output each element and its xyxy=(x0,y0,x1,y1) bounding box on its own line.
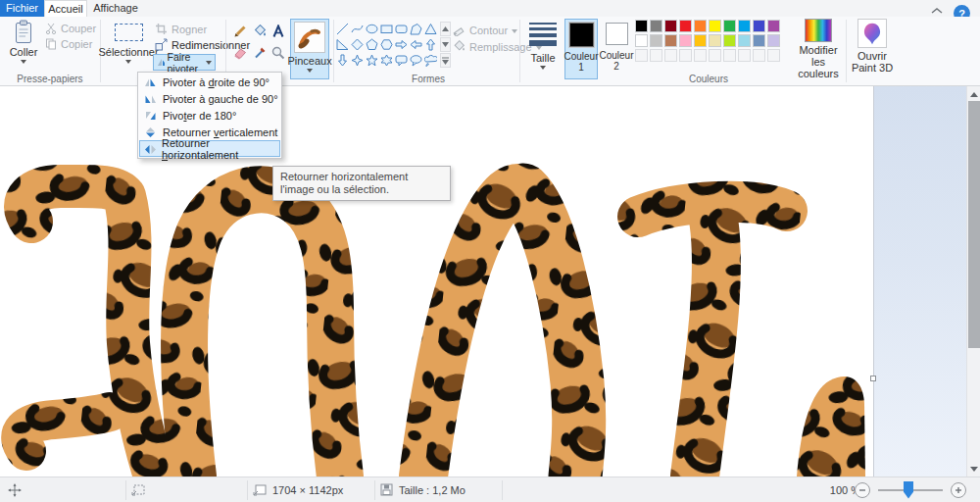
text-tool[interactable] xyxy=(270,24,286,39)
fill-bucket-icon xyxy=(253,25,267,38)
palette-swatch[interactable] xyxy=(694,20,707,32)
palette-swatch-empty[interactable] xyxy=(694,49,707,62)
shape-star-6-icon[interactable] xyxy=(379,52,394,68)
palette-swatch[interactable] xyxy=(767,20,780,32)
paint-window: Fichier Accueil Affichage ? Coller Coupe… xyxy=(0,0,980,502)
rotate-icon xyxy=(157,57,165,68)
scissors-icon xyxy=(45,23,57,34)
palette-swatch[interactable] xyxy=(723,20,736,32)
open-paint3d-button[interactable]: Ouvrir Paint 3D xyxy=(850,19,895,79)
menu-item-rotate-right-90[interactable]: Pivoter à droite de 90° xyxy=(139,74,280,90)
color-picker-tool[interactable] xyxy=(252,45,268,61)
fill-tool[interactable] xyxy=(252,24,268,39)
shapes-scroll-up-button[interactable] xyxy=(440,22,451,36)
palette-swatch[interactable] xyxy=(753,34,765,47)
palette-swatch[interactable] xyxy=(635,34,648,47)
palette-swatch[interactable] xyxy=(694,34,707,47)
palette-swatch[interactable] xyxy=(738,34,751,47)
palette-swatch[interactable] xyxy=(738,20,751,32)
color2-button[interactable]: Couleur 2 xyxy=(600,19,633,79)
menu-item-flip-horizontal[interactable]: Retourner horizontalement xyxy=(139,140,280,157)
shape-right-triangle-icon[interactable] xyxy=(335,36,350,52)
paste-button[interactable]: Coller xyxy=(6,20,41,75)
shape-hexagon-icon[interactable] xyxy=(379,36,394,52)
palette-swatch-empty[interactable] xyxy=(650,49,662,62)
menu-item-rotate-left-90[interactable]: Pivoter à gauche de 90° xyxy=(139,90,280,107)
palette-swatch-empty[interactable] xyxy=(723,49,736,62)
shape-curve-icon[interactable] xyxy=(350,21,365,36)
shape-polygon-icon[interactable] xyxy=(409,21,423,36)
palette-swatch[interactable] xyxy=(650,34,662,47)
shape-triangle-icon[interactable] xyxy=(423,21,438,36)
zoom-out-button[interactable] xyxy=(855,482,870,498)
shape-rounded-rectangle-icon[interactable] xyxy=(394,21,409,36)
magnifier-tool[interactable] xyxy=(270,45,286,61)
copy-button[interactable]: Copier xyxy=(45,38,92,50)
canvas-resize-handle[interactable] xyxy=(870,376,876,381)
shape-callout-rounded-icon[interactable] xyxy=(394,52,409,68)
cut-button[interactable]: Couper xyxy=(45,23,96,34)
palette-swatch[interactable] xyxy=(664,20,677,32)
select-button[interactable]: Sélectionner xyxy=(104,20,153,75)
palette-swatch-empty[interactable] xyxy=(738,49,751,62)
size-button[interactable]: Taille xyxy=(522,20,564,76)
outline-pen-icon xyxy=(453,24,466,36)
eraser-tool[interactable] xyxy=(232,45,248,61)
rotate-button[interactable]: Faire pivoter xyxy=(153,54,216,71)
palette-swatch[interactable] xyxy=(709,20,721,32)
shape-callout-oval-icon[interactable] xyxy=(409,52,423,68)
brushes-button[interactable]: Pinceaux xyxy=(290,19,329,79)
shape-diamond-icon[interactable] xyxy=(350,36,365,52)
palette-swatch-empty[interactable] xyxy=(709,49,721,62)
scroll-down-icon[interactable] xyxy=(967,462,980,476)
crop-button[interactable]: Rogner xyxy=(155,23,207,35)
scroll-up-icon[interactable] xyxy=(967,87,980,101)
shape-oval-icon[interactable] xyxy=(365,21,379,36)
edit-colors-button[interactable]: Modifier les couleurs xyxy=(794,19,843,79)
zoom-slider-track[interactable] xyxy=(878,489,943,491)
shape-arrow-left-icon[interactable] xyxy=(409,36,423,52)
shapes-more-button[interactable] xyxy=(440,53,451,68)
save-disk-icon xyxy=(380,483,393,496)
pencil-tool[interactable] xyxy=(232,24,248,39)
palette-swatch-empty[interactable] xyxy=(679,49,692,62)
zoom-in-button[interactable] xyxy=(951,482,966,498)
palette-swatch-empty[interactable] xyxy=(767,49,780,62)
shape-line-icon[interactable] xyxy=(335,21,350,36)
fill-shape-icon xyxy=(453,40,466,53)
palette-swatch[interactable] xyxy=(650,20,662,32)
zoom-slider-thumb[interactable] xyxy=(904,481,913,499)
palette-swatch[interactable] xyxy=(767,34,780,47)
palette-swatch[interactable] xyxy=(679,20,692,32)
palette-swatch[interactable] xyxy=(679,34,692,47)
shape-pentagon-icon[interactable] xyxy=(365,36,379,52)
shape-callout-cloud-icon[interactable] xyxy=(423,52,438,68)
menu-item-rotate-180[interactable]: Pivoter de 180° xyxy=(139,107,280,124)
palette-swatch[interactable] xyxy=(664,34,677,47)
palette-swatch[interactable] xyxy=(723,34,736,47)
shape-star-4-icon[interactable] xyxy=(350,52,365,68)
tab-fichier[interactable]: Fichier xyxy=(0,0,44,17)
shapes-scroll-down-button[interactable] xyxy=(440,37,451,52)
shape-arrow-down-icon[interactable] xyxy=(335,52,350,68)
shape-arrow-right-icon[interactable] xyxy=(394,36,409,52)
palette-swatch-empty[interactable] xyxy=(664,49,677,62)
palette-swatch[interactable] xyxy=(753,20,765,32)
scrollbar-thumb[interactable] xyxy=(968,101,980,348)
vertical-scrollbar[interactable] xyxy=(966,86,980,477)
shape-arrow-up-icon[interactable] xyxy=(423,36,438,52)
tab-accueil[interactable]: Accueil xyxy=(44,0,87,17)
palette-swatch[interactable] xyxy=(635,20,648,32)
color1-button[interactable]: Couleur 1 xyxy=(564,19,598,79)
palette-swatch-empty[interactable] xyxy=(635,49,648,62)
palette-swatch[interactable] xyxy=(709,34,721,47)
palette-swatch-empty[interactable] xyxy=(753,49,765,62)
outline-button[interactable]: Contour xyxy=(453,24,517,36)
tab-affichage[interactable]: Affichage xyxy=(87,0,144,17)
drawing-canvas[interactable] xyxy=(0,86,874,477)
cursor-position-indicator xyxy=(8,477,22,502)
shape-rectangle-icon[interactable] xyxy=(379,21,394,36)
collapse-ribbon-button[interactable] xyxy=(931,5,943,17)
color2-label: Couleur xyxy=(599,50,633,61)
shape-star-5-icon[interactable] xyxy=(365,52,379,68)
